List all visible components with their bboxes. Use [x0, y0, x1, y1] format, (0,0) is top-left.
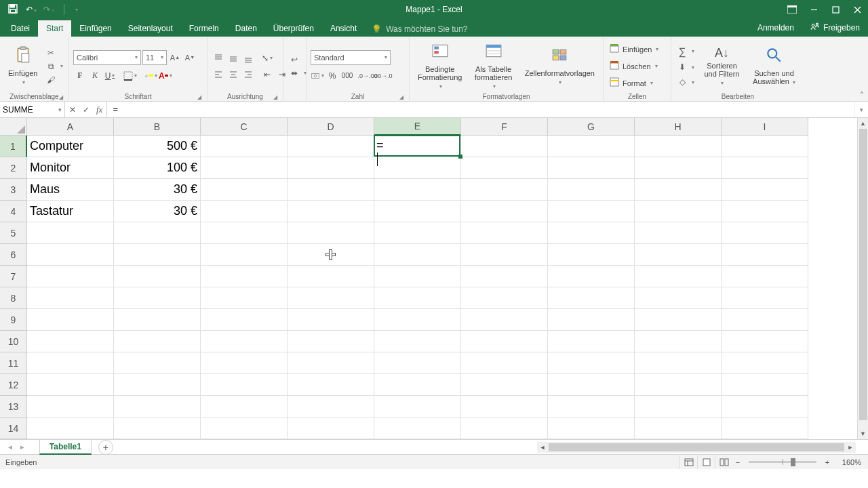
cell-I6[interactable]: [722, 244, 808, 266]
cell-E5[interactable]: [374, 222, 461, 244]
insert-cells-button[interactable]: Einfügen ▾: [608, 43, 660, 56]
conditional-formatting-button[interactable]: Bedingte Formatierung ▾: [414, 41, 466, 92]
row-header-5[interactable]: 5: [0, 222, 27, 244]
delete-cells-button[interactable]: Löschen ▾: [608, 60, 660, 73]
row-header-10[interactable]: 10: [0, 331, 27, 352]
cell-I3[interactable]: [722, 179, 808, 201]
cell-D1[interactable]: [288, 136, 374, 157]
tab-file[interactable]: Datei: [3, 20, 38, 37]
cell-G13[interactable]: [548, 396, 635, 418]
cell-F1[interactable]: [461, 136, 548, 157]
hscroll-thumb[interactable]: [549, 443, 844, 451]
cell-C12[interactable]: [201, 374, 288, 396]
cell-C7[interactable]: [201, 266, 288, 287]
cell-E2[interactable]: [374, 157, 461, 179]
row-header-11[interactable]: 11: [0, 352, 27, 374]
cell-F2[interactable]: [461, 157, 548, 179]
align-top-button[interactable]: [212, 52, 225, 65]
cell-B5[interactable]: [114, 222, 201, 244]
cell-E6[interactable]: [374, 244, 461, 266]
cell-C6[interactable]: [201, 244, 288, 266]
sheet-nav-next[interactable]: ►: [19, 443, 26, 451]
italic-button[interactable]: K: [88, 69, 102, 83]
cell-A6[interactable]: [27, 244, 114, 266]
row-header-8[interactable]: 8: [0, 287, 27, 309]
cell-A1[interactable]: Computer: [27, 136, 114, 157]
merge-center-button[interactable]: ⬌▾: [288, 68, 308, 79]
scroll-right-button[interactable]: ►: [845, 444, 856, 451]
cell-A8[interactable]: [27, 287, 114, 309]
row-header-12[interactable]: 12: [0, 374, 27, 396]
cell-F7[interactable]: [461, 266, 548, 287]
zoom-percentage[interactable]: 160%: [833, 458, 863, 466]
fill-color-button[interactable]: ▾: [144, 69, 157, 83]
cell-F11[interactable]: [461, 352, 548, 374]
cell-E3[interactable]: [374, 179, 461, 201]
cell-H6[interactable]: [635, 244, 722, 266]
cell-D8[interactable]: [288, 287, 374, 309]
cell-F9[interactable]: [461, 309, 548, 331]
borders-button[interactable]: ▾: [123, 69, 137, 83]
cell-E7[interactable]: [374, 266, 461, 287]
col-header-A[interactable]: A: [27, 118, 114, 136]
comma-format-button[interactable]: 000: [340, 69, 354, 83]
sort-filter-button[interactable]: A↓ Sortieren und Filtern ▾: [698, 45, 745, 88]
cell-A12[interactable]: [27, 374, 114, 396]
tell-me-search[interactable]: 💡 Was möchten Sie tun?: [365, 22, 474, 37]
row-header-14[interactable]: 14: [0, 418, 27, 439]
cell-C3[interactable]: [201, 179, 288, 201]
cell-I11[interactable]: [722, 352, 808, 374]
align-left-button[interactable]: [212, 68, 225, 81]
cell-A2[interactable]: Monitor: [27, 157, 114, 179]
cell-H3[interactable]: [635, 179, 722, 201]
cell-E9[interactable]: [374, 309, 461, 331]
cell-I14[interactable]: [722, 418, 808, 439]
cell-H4[interactable]: [635, 201, 722, 222]
add-sheet-button[interactable]: +: [98, 440, 113, 455]
cell-C9[interactable]: [201, 309, 288, 331]
copy-button[interactable]: ⧉▾: [44, 61, 64, 72]
col-header-C[interactable]: C: [201, 118, 288, 136]
cell-I10[interactable]: [722, 331, 808, 352]
cell-D3[interactable]: [288, 179, 374, 201]
cell-E13[interactable]: [374, 396, 461, 418]
cell-C10[interactable]: [201, 331, 288, 352]
cell-I12[interactable]: [722, 374, 808, 396]
cell-I2[interactable]: [722, 157, 808, 179]
col-header-D[interactable]: D: [288, 118, 374, 136]
cell-H10[interactable]: [635, 331, 722, 352]
share-button[interactable]: Freigeben: [802, 18, 868, 37]
cell-H14[interactable]: [635, 418, 722, 439]
tab-view[interactable]: Ansicht: [322, 20, 365, 37]
cell-B6[interactable]: [114, 244, 201, 266]
fill-button[interactable]: ⬇▾: [675, 62, 696, 73]
tab-data[interactable]: Daten: [227, 20, 265, 37]
maximize-button[interactable]: [825, 0, 846, 19]
cell-H1[interactable]: [635, 136, 722, 157]
bold-button[interactable]: F: [73, 69, 87, 83]
font-size-combo[interactable]: 11▾: [142, 50, 167, 65]
tab-start[interactable]: Start: [38, 20, 71, 37]
decrease-decimal-button[interactable]: .00→.0: [376, 69, 389, 83]
cell-D4[interactable]: [288, 201, 374, 222]
decrease-indent-button[interactable]: ⇤: [260, 68, 274, 81]
cell-F13[interactable]: [461, 396, 548, 418]
cell-A5[interactable]: [27, 222, 114, 244]
cell-D12[interactable]: [288, 374, 374, 396]
font-color-button[interactable]: A▾: [159, 69, 172, 83]
cell-G1[interactable]: [548, 136, 635, 157]
cell-C2[interactable]: [201, 157, 288, 179]
align-bottom-button[interactable]: [241, 52, 255, 65]
cell-E1[interactable]: [374, 136, 461, 157]
zoom-out-button[interactable]: −: [732, 458, 743, 466]
cell-B10[interactable]: [114, 331, 201, 352]
cell-E12[interactable]: [374, 374, 461, 396]
format-cells-button[interactable]: Format ▾: [608, 77, 660, 89]
accounting-format-button[interactable]: ▾: [311, 69, 324, 83]
save-icon[interactable]: [7, 3, 19, 17]
cell-H13[interactable]: [635, 396, 722, 418]
cut-button[interactable]: ✂: [44, 47, 64, 58]
cell-A13[interactable]: [27, 396, 114, 418]
cell-F14[interactable]: [461, 418, 548, 439]
cell-F5[interactable]: [461, 222, 548, 244]
